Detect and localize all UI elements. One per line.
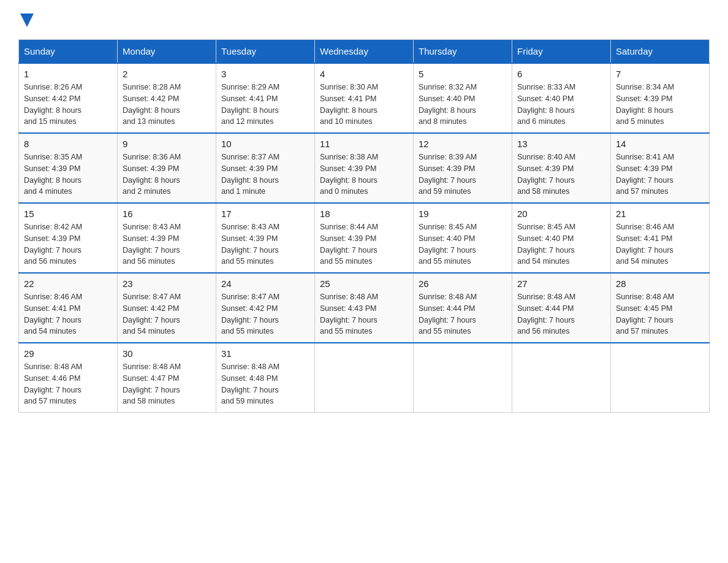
page-header <box>18 12 710 27</box>
day-number: 16 <box>123 209 211 219</box>
day-info: Sunrise: 8:48 AM Sunset: 4:44 PM Dayligh… <box>419 291 507 337</box>
day-info: Sunrise: 8:37 AM Sunset: 4:39 PM Dayligh… <box>221 151 309 197</box>
weekday-header-sunday: Sunday <box>19 40 118 64</box>
calendar-cell: 25 Sunrise: 8:48 AM Sunset: 4:43 PM Dayl… <box>315 273 414 343</box>
day-info: Sunrise: 8:44 AM Sunset: 4:39 PM Dayligh… <box>320 221 408 267</box>
day-number: 25 <box>320 278 408 289</box>
calendar-cell: 11 Sunrise: 8:38 AM Sunset: 4:39 PM Dayl… <box>315 133 414 203</box>
calendar-cell: 27 Sunrise: 8:48 AM Sunset: 4:44 PM Dayl… <box>512 273 611 343</box>
calendar-cell: 22 Sunrise: 8:46 AM Sunset: 4:41 PM Dayl… <box>19 273 118 343</box>
day-info: Sunrise: 8:46 AM Sunset: 4:41 PM Dayligh… <box>24 291 112 337</box>
calendar-week-row: 8 Sunrise: 8:35 AM Sunset: 4:39 PM Dayli… <box>19 133 710 203</box>
day-number: 14 <box>616 139 704 149</box>
day-info: Sunrise: 8:40 AM Sunset: 4:39 PM Dayligh… <box>517 151 605 197</box>
weekday-header-friday: Friday <box>512 40 611 64</box>
day-number: 3 <box>221 69 309 79</box>
day-number: 20 <box>517 209 605 219</box>
weekday-header-saturday: Saturday <box>611 40 710 64</box>
calendar-cell: 3 Sunrise: 8:29 AM Sunset: 4:41 PM Dayli… <box>216 63 315 133</box>
calendar-cell: 26 Sunrise: 8:48 AM Sunset: 4:44 PM Dayl… <box>414 273 512 343</box>
day-info: Sunrise: 8:35 AM Sunset: 4:39 PM Dayligh… <box>24 151 112 197</box>
day-info: Sunrise: 8:39 AM Sunset: 4:39 PM Dayligh… <box>419 151 507 197</box>
weekday-header-row: SundayMondayTuesdayWednesdayThursdayFrid… <box>19 40 710 64</box>
calendar-cell <box>611 343 710 413</box>
weekday-header-wednesday: Wednesday <box>315 40 414 64</box>
day-number: 15 <box>24 209 112 219</box>
calendar-cell <box>512 343 611 413</box>
day-number: 13 <box>517 139 605 149</box>
calendar-cell: 12 Sunrise: 8:39 AM Sunset: 4:39 PM Dayl… <box>414 133 512 203</box>
day-info: Sunrise: 8:45 AM Sunset: 4:40 PM Dayligh… <box>517 221 605 267</box>
weekday-header-monday: Monday <box>118 40 216 64</box>
day-number: 4 <box>320 69 408 79</box>
day-number: 22 <box>24 278 112 289</box>
day-number: 31 <box>221 348 309 359</box>
calendar-cell <box>315 343 414 413</box>
calendar-cell: 28 Sunrise: 8:48 AM Sunset: 4:45 PM Dayl… <box>611 273 710 343</box>
day-number: 2 <box>123 69 211 79</box>
day-info: Sunrise: 8:47 AM Sunset: 4:42 PM Dayligh… <box>123 291 211 337</box>
day-number: 27 <box>517 278 605 289</box>
day-info: Sunrise: 8:48 AM Sunset: 4:43 PM Dayligh… <box>320 291 408 337</box>
day-number: 23 <box>123 278 211 289</box>
day-number: 9 <box>123 139 211 149</box>
day-info: Sunrise: 8:48 AM Sunset: 4:46 PM Dayligh… <box>24 361 112 407</box>
day-info: Sunrise: 8:41 AM Sunset: 4:39 PM Dayligh… <box>616 151 704 197</box>
day-number: 5 <box>419 69 507 79</box>
day-info: Sunrise: 8:42 AM Sunset: 4:39 PM Dayligh… <box>24 221 112 267</box>
svg-marker-0 <box>20 13 34 27</box>
weekday-header-thursday: Thursday <box>414 40 512 64</box>
calendar-cell: 7 Sunrise: 8:34 AM Sunset: 4:39 PM Dayli… <box>611 63 710 133</box>
calendar-cell: 17 Sunrise: 8:43 AM Sunset: 4:39 PM Dayl… <box>216 203 315 273</box>
day-number: 6 <box>517 69 605 79</box>
calendar-week-row: 29 Sunrise: 8:48 AM Sunset: 4:46 PM Dayl… <box>19 343 710 413</box>
logo <box>18 12 34 27</box>
day-info: Sunrise: 8:36 AM Sunset: 4:39 PM Dayligh… <box>123 151 211 197</box>
day-info: Sunrise: 8:48 AM Sunset: 4:45 PM Dayligh… <box>616 291 704 337</box>
day-info: Sunrise: 8:38 AM Sunset: 4:39 PM Dayligh… <box>320 151 408 197</box>
calendar-cell <box>414 343 512 413</box>
calendar-cell: 15 Sunrise: 8:42 AM Sunset: 4:39 PM Dayl… <box>19 203 118 273</box>
calendar-cell: 20 Sunrise: 8:45 AM Sunset: 4:40 PM Dayl… <box>512 203 611 273</box>
day-number: 10 <box>221 139 309 149</box>
day-info: Sunrise: 8:32 AM Sunset: 4:40 PM Dayligh… <box>419 82 507 128</box>
weekday-header-tuesday: Tuesday <box>216 40 315 64</box>
day-info: Sunrise: 8:43 AM Sunset: 4:39 PM Dayligh… <box>221 221 309 267</box>
calendar-cell: 1 Sunrise: 8:26 AM Sunset: 4:42 PM Dayli… <box>19 63 118 133</box>
day-info: Sunrise: 8:46 AM Sunset: 4:41 PM Dayligh… <box>616 221 704 267</box>
calendar-cell: 23 Sunrise: 8:47 AM Sunset: 4:42 PM Dayl… <box>118 273 216 343</box>
calendar-cell: 9 Sunrise: 8:36 AM Sunset: 4:39 PM Dayli… <box>118 133 216 203</box>
day-number: 30 <box>123 348 211 359</box>
calendar-week-row: 1 Sunrise: 8:26 AM Sunset: 4:42 PM Dayli… <box>19 63 710 133</box>
day-info: Sunrise: 8:28 AM Sunset: 4:42 PM Dayligh… <box>123 82 211 128</box>
calendar-cell: 24 Sunrise: 8:47 AM Sunset: 4:42 PM Dayl… <box>216 273 315 343</box>
calendar-cell: 31 Sunrise: 8:48 AM Sunset: 4:48 PM Dayl… <box>216 343 315 413</box>
calendar-cell: 18 Sunrise: 8:44 AM Sunset: 4:39 PM Dayl… <box>315 203 414 273</box>
day-number: 1 <box>24 69 112 79</box>
day-number: 24 <box>221 278 309 289</box>
day-info: Sunrise: 8:47 AM Sunset: 4:42 PM Dayligh… <box>221 291 309 337</box>
calendar-cell: 8 Sunrise: 8:35 AM Sunset: 4:39 PM Dayli… <box>19 133 118 203</box>
day-info: Sunrise: 8:33 AM Sunset: 4:40 PM Dayligh… <box>517 82 605 128</box>
day-number: 12 <box>419 139 507 149</box>
day-number: 21 <box>616 209 704 219</box>
day-number: 8 <box>24 139 112 149</box>
day-number: 19 <box>419 209 507 219</box>
day-number: 7 <box>616 69 704 79</box>
day-info: Sunrise: 8:48 AM Sunset: 4:47 PM Dayligh… <box>123 361 211 407</box>
calendar-cell: 16 Sunrise: 8:43 AM Sunset: 4:39 PM Dayl… <box>118 203 216 273</box>
calendar-week-row: 22 Sunrise: 8:46 AM Sunset: 4:41 PM Dayl… <box>19 273 710 343</box>
day-info: Sunrise: 8:30 AM Sunset: 4:41 PM Dayligh… <box>320 82 408 128</box>
calendar-table: SundayMondayTuesdayWednesdayThursdayFrid… <box>18 39 710 413</box>
calendar-cell: 13 Sunrise: 8:40 AM Sunset: 4:39 PM Dayl… <box>512 133 611 203</box>
calendar-cell: 4 Sunrise: 8:30 AM Sunset: 4:41 PM Dayli… <box>315 63 414 133</box>
day-info: Sunrise: 8:26 AM Sunset: 4:42 PM Dayligh… <box>24 82 112 128</box>
calendar-cell: 10 Sunrise: 8:37 AM Sunset: 4:39 PM Dayl… <box>216 133 315 203</box>
calendar-cell: 21 Sunrise: 8:46 AM Sunset: 4:41 PM Dayl… <box>611 203 710 273</box>
day-number: 26 <box>419 278 507 289</box>
day-number: 18 <box>320 209 408 219</box>
logo-arrow-icon <box>20 13 34 27</box>
day-number: 28 <box>616 278 704 289</box>
calendar-cell: 5 Sunrise: 8:32 AM Sunset: 4:40 PM Dayli… <box>414 63 512 133</box>
day-number: 29 <box>24 348 112 359</box>
